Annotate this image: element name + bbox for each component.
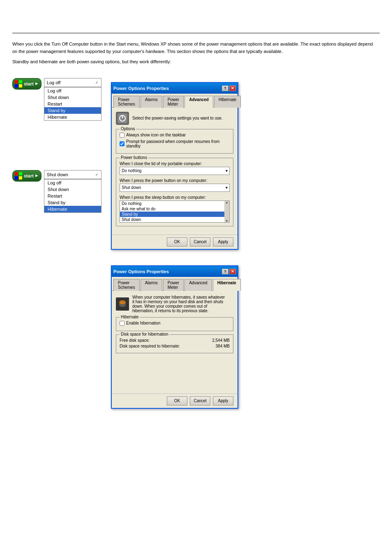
scroll-down-arrow: ▼	[226, 219, 228, 222]
dropdown-item-standby-2[interactable]: Stand by	[44, 199, 101, 206]
tab-hibernate[interactable]: Hibernate	[214, 96, 241, 108]
apply-button-advanced[interactable]: Apply	[213, 237, 233, 246]
dropdown-item-hibernate-2[interactable]: Hibernate	[44, 206, 101, 212]
hibernate-legend: Hibernate	[120, 315, 140, 319]
tab-power-schemes[interactable]: Power Schemes	[113, 96, 140, 108]
tab-alarms[interactable]: Alarms	[141, 96, 162, 108]
apply-button-hibernate[interactable]: Apply	[213, 396, 233, 405]
lid-select[interactable]: Do nothing ▾	[120, 167, 230, 175]
free-disk-value: 2,544 MB	[212, 338, 230, 343]
power-buttons-section: Power buttons When I close the lid of my…	[116, 158, 233, 226]
sleep-scrollbar[interactable]: ▲ ▼	[224, 201, 229, 222]
dropdown-item-logoff-2[interactable]: Log off	[44, 180, 101, 186]
cancel-button-advanced[interactable]: Cancel	[190, 237, 210, 246]
disk-space-section: Disk space for hibernation Free disk spa…	[116, 334, 233, 353]
ok-button-advanced[interactable]: OK	[167, 237, 187, 246]
ok-button-hibernate[interactable]: OK	[167, 396, 187, 405]
close-button-advanced[interactable]: ✕	[229, 85, 236, 91]
options-section: Options Always show icon on the taskbar …	[116, 129, 233, 154]
dropdown-selected-2[interactable]: Shut down ✓	[44, 170, 101, 179]
close-button-hibernate[interactable]: ✕	[229, 269, 236, 274]
figure-1-group: start ▶ Log off ✓ Log off Shut down Rest…	[12, 78, 103, 129]
dropdown-menu-2: Log off Shut down Restart Stand by Hiber…	[44, 179, 101, 213]
dropdown-item-shutdown-1[interactable]: Shut down	[44, 94, 101, 101]
start-button-1[interactable]: start ▶	[12, 78, 42, 90]
enable-hibernate-checkbox[interactable]	[120, 321, 125, 326]
dialog-buttons-hibernate: OK Cancel Apply	[112, 394, 238, 408]
start-button-2[interactable]: start ▶	[12, 170, 42, 182]
checkbox-taskbar-icon[interactable]	[120, 133, 125, 138]
htab-power-meter[interactable]: Power Meter	[163, 279, 184, 291]
checkbox-taskbar-label: Always show icon on the taskbar	[126, 133, 186, 137]
tab-power-meter[interactable]: Power Meter	[163, 96, 184, 108]
dropdown-item-restart-2[interactable]: Restart	[44, 193, 101, 199]
dropdown-item-shutdown-2[interactable]: Shut down	[44, 186, 101, 193]
power-button-label: When I press the power button on my comp…	[120, 178, 230, 183]
sleep-option-donothing[interactable]: Do nothing	[120, 201, 224, 206]
enable-hibernate-row: Enable hibernation	[120, 321, 230, 326]
dropdown-item-hibernate-1[interactable]: Hibernate	[44, 114, 101, 120]
dialog-titlebar-hibernate: Power Options Properties ? ✕	[112, 266, 238, 277]
power-button-select[interactable]: Shut down ▾	[120, 184, 230, 192]
sleep-button-dropdown[interactable]: Do nothing Ask me what to do Stand by Sh…	[120, 200, 230, 223]
start-arrow-1: ▶	[35, 82, 38, 85]
help-button-advanced[interactable]: ?	[222, 85, 228, 91]
checkbox-password-label: Prompt for password when computer resume…	[126, 139, 230, 148]
dialog-controls-hibernate: ? ✕	[222, 269, 236, 274]
enable-hibernate-label: Enable hibernation	[126, 321, 160, 325]
required-disk-label: Disk space required to hibernate:	[120, 344, 180, 348]
dialog-body-advanced: Select the power-saving settings you wan…	[112, 108, 238, 235]
dropdown-item-restart-1[interactable]: Restart	[44, 101, 101, 107]
free-disk-label: Free disk space:	[120, 338, 150, 343]
dropdown-item-standby-1[interactable]: Stand by	[44, 107, 101, 114]
scroll-up-arrow: ▲	[226, 201, 228, 204]
checkbox-password-prompt[interactable]	[120, 141, 125, 146]
start-label-2: start	[24, 173, 34, 178]
dialog-tabs-advanced: Power Schemes Alarms Power Meter Advance…	[112, 94, 238, 108]
dialog-title-advanced: Power Options Properties	[113, 86, 169, 91]
sleep-button-label: When I press the sleep button on my comp…	[120, 195, 230, 200]
htab-power-schemes[interactable]: Power Schemes	[113, 279, 140, 291]
disk-space-legend: Disk space for hibernation	[120, 332, 170, 336]
required-disk-row: Disk space required to hibernate: 384 MB	[120, 344, 230, 348]
power-button-value: Shut down	[122, 185, 141, 190]
sleep-option-ask[interactable]: Ask me what to do	[120, 206, 224, 212]
dropdown-value-1: Log off	[47, 80, 60, 85]
dialog-title-hibernate: Power Options Properties	[113, 269, 169, 274]
power-button-chevron: ▾	[226, 185, 228, 190]
help-button-hibernate[interactable]: ?	[222, 269, 228, 274]
options-legend: Options	[120, 127, 136, 131]
dropdown-item-logoff-1[interactable]: Log off	[44, 88, 101, 94]
dropdown-2: Shut down ✓ Log off Shut down Restart St…	[44, 170, 101, 213]
lid-chevron: ▾	[226, 168, 228, 173]
sleep-options-list: Do nothing Ask me what to do Stand by Sh…	[120, 201, 224, 222]
htab-advanced[interactable]: Advanced	[184, 279, 212, 291]
dropdown-menu-1: Log off Shut down Restart Stand by Hiber…	[44, 87, 101, 121]
start-arrow-2: ▶	[35, 174, 38, 177]
sleep-option-standby[interactable]: Stand by	[120, 212, 224, 217]
intro-text-1: When you click the Turn Off Computer but…	[12, 41, 374, 55]
cancel-button-hibernate[interactable]: Cancel	[190, 396, 210, 405]
dialog-tabs-hibernate: Power Schemes Alarms Power Meter Advance…	[112, 277, 238, 291]
icon-description-advanced: Select the power-saving settings you wan…	[132, 116, 223, 120]
top-rule	[12, 33, 380, 33]
dropdown-chevron-1: ✓	[95, 81, 99, 85]
htab-hibernate[interactable]: Hibernate	[213, 279, 241, 291]
hibernate-description: When your computer hibernates, it saves …	[132, 295, 227, 313]
checkbox-row-1: Always show icon on the taskbar	[120, 133, 230, 138]
hibernate-spacer	[116, 357, 233, 389]
dialog-body-hibernate: When your computer hibernates, it saves …	[112, 291, 238, 394]
svg-rect-2	[15, 84, 18, 88]
dropdown-1: Log off ✓ Log off Shut down Restart Stan…	[44, 78, 101, 121]
svg-rect-0	[15, 80, 18, 83]
intro-text-2: Standby and hibernate are both power-sav…	[12, 58, 374, 66]
dropdown-selected-1[interactable]: Log off ✓	[44, 78, 101, 87]
svg-rect-5	[19, 172, 22, 175]
checkbox-row-2: Prompt for password when computer resume…	[120, 139, 230, 148]
tab-advanced[interactable]: Advanced	[184, 96, 213, 108]
power-buttons-legend: Power buttons	[120, 155, 148, 160]
htab-alarms[interactable]: Alarms	[141, 279, 162, 291]
sleep-option-shutdown[interactable]: Shut down	[120, 217, 224, 222]
svg-rect-7	[19, 176, 22, 180]
hibernate-icon	[116, 297, 129, 311]
